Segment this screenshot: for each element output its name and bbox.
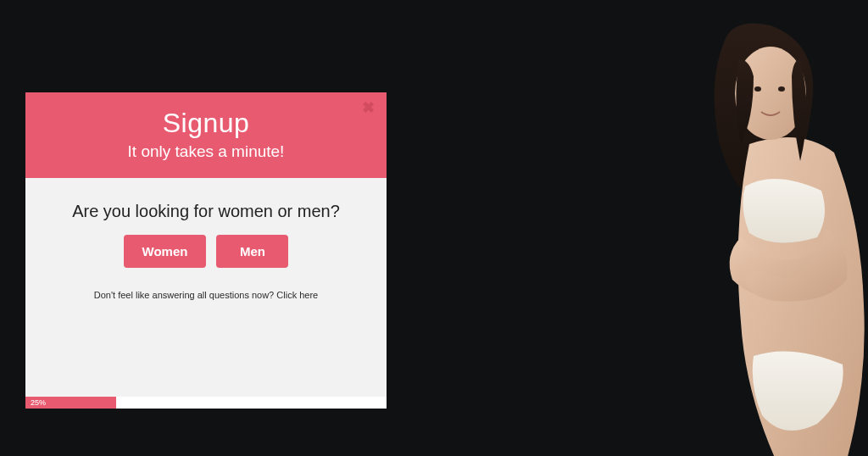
option-women-button[interactable]: Women <box>124 235 207 268</box>
progress-fill: 25% <box>25 397 116 409</box>
progress-bar: 25% <box>25 397 387 409</box>
modal-title: Signup <box>36 108 376 139</box>
option-group: Women Men <box>42 235 370 268</box>
modal-header: ✖ Signup It only takes a minute! <box>25 92 387 178</box>
svg-point-2 <box>778 86 785 92</box>
signup-question: Are you looking for women or men? <box>42 202 370 221</box>
progress-label: 25% <box>31 398 46 407</box>
hero-image <box>656 0 868 456</box>
svg-point-1 <box>754 86 761 92</box>
close-icon[interactable]: ✖ <box>361 101 375 114</box>
option-men-button[interactable]: Men <box>216 235 288 268</box>
modal-subtitle: It only takes a minute! <box>36 142 376 161</box>
person-figure <box>673 17 868 456</box>
modal-body: Are you looking for women or men? Women … <box>25 178 387 397</box>
signup-modal: ✖ Signup It only takes a minute! Are you… <box>25 92 387 409</box>
skip-link[interactable]: Don't feel like answering all questions … <box>94 290 318 300</box>
